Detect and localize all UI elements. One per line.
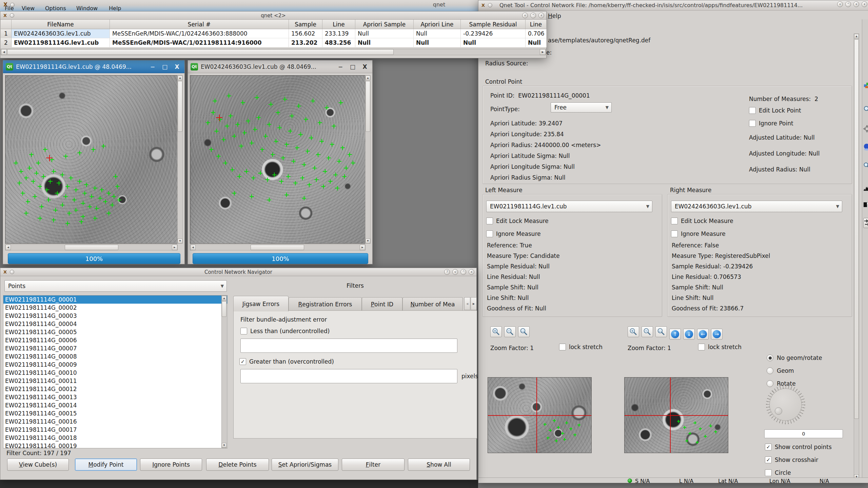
window-button-^-icon[interactable]: ^ — [530, 13, 536, 18]
button-view-cube-s-[interactable]: View Cube(s) — [7, 459, 69, 471]
left-lock-stretch-checkbox[interactable] — [559, 344, 566, 350]
maximize-icon[interactable]: □ — [348, 63, 357, 70]
table-cell[interactable]: -0.239426 — [461, 29, 526, 38]
scroll-left-icon[interactable]: ◀ — [5, 245, 11, 250]
scroll-up-icon[interactable]: ▲ — [366, 76, 370, 80]
scroll-thumb[interactable] — [222, 301, 226, 317]
table-cell[interactable]: 233.139 — [322, 29, 355, 38]
measure-edit-lock-measure-row[interactable]: Edit Lock Measure — [486, 218, 549, 224]
button-filter[interactable]: Filter — [342, 459, 405, 471]
pan-right-button[interactable]: → — [711, 329, 723, 340]
checkbox[interactable] — [671, 230, 678, 237]
tabs-scroll-right-icon[interactable]: ▶ — [471, 297, 477, 310]
scroll-thumb[interactable] — [65, 245, 118, 250]
window-button-v-icon[interactable]: v — [837, 1, 843, 7]
measure-edit-lock-measure-row[interactable]: Edit Lock Measure — [671, 218, 733, 224]
scroll-up-icon[interactable]: ▲ — [178, 76, 182, 80]
menu-view[interactable]: View — [22, 5, 35, 12]
edit-lock-point-checkbox[interactable] — [749, 107, 756, 114]
point-list-item[interactable]: EW0211981114G_00014 — [3, 401, 227, 409]
window-button-?-icon[interactable]: ? — [444, 269, 450, 275]
right-viewer-vscrollbar[interactable]: ▲ ▼ — [365, 75, 371, 244]
table-cell[interactable]: Null — [414, 29, 461, 38]
zoom-1-1-button[interactable]: 1:1 — [655, 326, 667, 337]
scroll-right-icon[interactable]: ▶ — [360, 245, 365, 250]
table-cell[interactable]: EW0211981114G.lev1.cub — [12, 38, 110, 47]
point-list-item[interactable]: EW0211981114G_00002 — [3, 304, 227, 312]
column-header-8[interactable]: Line — [526, 20, 547, 29]
less-than-checkbox-row[interactable]: Less than (undercontrolled) — [240, 328, 330, 334]
tab-point-id[interactable]: Point ID — [362, 297, 402, 311]
greater-than-checkbox-row[interactable]: ✓ Greater than (overcontrolled) — [239, 358, 334, 365]
dial-knob[interactable] — [775, 407, 782, 415]
point-list-item[interactable]: EW0211981114G_00013 — [3, 393, 227, 401]
menu-options[interactable]: Options — [45, 5, 66, 12]
greater-than-checkbox[interactable]: ✓ — [239, 358, 246, 365]
table-cell[interactable]: Null — [414, 38, 461, 47]
table-cell[interactable]: 213.202 — [289, 38, 322, 47]
point-list-item[interactable]: EW0211981114G_00008 — [3, 352, 227, 361]
zoom-1-1-button[interactable]: 1:1 — [518, 326, 530, 337]
rotation-dial[interactable] — [766, 385, 805, 424]
scroll-left-icon[interactable]: ◀ — [1, 49, 7, 55]
point-list-item[interactable]: EW0211981114G_00010 — [3, 369, 227, 377]
point-list-item[interactable]: EW0211981114G_00003 — [3, 312, 227, 320]
left-viewer-vscrollbar[interactable]: ▲ ▼ — [177, 75, 183, 244]
navigator-titlebar[interactable]: X Control Network Navigator ?v^x — [0, 268, 476, 276]
ignore-point-checkbox[interactable] — [749, 120, 756, 127]
window-button-^-icon[interactable]: ^ — [460, 269, 466, 275]
less-than-input[interactable] — [240, 339, 457, 353]
window-button-x-icon[interactable]: x — [538, 13, 544, 18]
tabs-scroll-left-icon[interactable]: ◀ — [464, 297, 470, 310]
checkbox[interactable] — [671, 218, 678, 224]
zoom-in-button[interactable]: + — [628, 326, 639, 337]
check-show-control-points[interactable]: ✓Show control points — [765, 444, 832, 450]
ignore-point-row[interactable]: Ignore Point — [749, 120, 793, 127]
button-ignore-points[interactable]: Ignore Points — [140, 459, 202, 471]
point-type-select[interactable]: Free ▼ — [551, 102, 612, 113]
left-viewer-titlebar[interactable]: Qt EW0211981114G.lev1.cub @ 48.0469... −… — [3, 60, 184, 73]
right-viewer-titlebar[interactable]: Qt EW0242463603G.lev1.cub @ 48.0469... −… — [188, 60, 372, 73]
scroll-thumb[interactable] — [7, 49, 394, 55]
column-header-6[interactable]: Apriori Line — [414, 20, 461, 29]
radio-rotate[interactable]: Rotate — [767, 380, 796, 387]
point-list-item[interactable]: EW0211981114G_00006 — [3, 336, 227, 344]
zoom-in-button[interactable]: + — [490, 326, 502, 337]
qnet-tool-titlebar[interactable]: X Qnet Tool - Control Network File: /hom… — [478, 0, 868, 11]
column-header-2[interactable]: Serial # — [110, 20, 289, 29]
column-header-5[interactable]: Apriori Sample — [355, 20, 414, 29]
check-circle[interactable]: Circle — [765, 469, 791, 476]
scroll-down-icon[interactable]: ▼ — [366, 239, 370, 243]
scroll-right-icon[interactable]: ▶ — [172, 245, 177, 250]
menu-help[interactable]: Help — [548, 13, 561, 19]
points-selector[interactable]: Points ▼ — [4, 280, 227, 292]
radio-geom[interactable]: Geom — [767, 367, 794, 374]
pan-down-button[interactable]: ↓ — [683, 329, 695, 340]
greater-than-input[interactable] — [240, 369, 457, 383]
pan-tool-icon[interactable] — [863, 125, 868, 133]
measure-ignore-measure-row[interactable]: Ignore Measure — [486, 230, 541, 237]
point-list-item[interactable]: EW0211981114G_00019 — [3, 442, 227, 448]
left-chip-view[interactable] — [488, 377, 592, 453]
window-button-v-icon[interactable]: v — [452, 269, 458, 275]
radio-no-geom-rotate[interactable]: No geom/rotate — [767, 354, 822, 361]
tab-jigsaw-errors[interactable]: Jigsaw Errors — [233, 296, 289, 311]
maximize-icon[interactable]: □ — [160, 63, 170, 70]
right-chip-view[interactable] — [624, 377, 728, 453]
menu-help[interactable]: Help — [109, 5, 121, 12]
point-list-item[interactable]: EW0211981114G_00012 — [3, 385, 227, 393]
window-button-x-icon[interactable]: x — [853, 1, 859, 7]
scroll-thumb[interactable] — [178, 81, 182, 132]
pan-left-button[interactable]: ← — [697, 329, 709, 340]
radio-icon[interactable] — [767, 354, 773, 361]
blink-tool-icon[interactable] — [863, 143, 868, 151]
point-list-item[interactable]: EW0211981114G_00016 — [3, 418, 227, 426]
checkbox[interactable] — [765, 469, 772, 476]
measure-ignore-measure-row[interactable]: Ignore Measure — [671, 230, 726, 237]
points-list[interactable]: EW0211981114G_00001EW0211981114G_00002EW… — [3, 295, 228, 448]
right-viewer-hscrollbar[interactable]: ◀ ▶ — [190, 244, 366, 250]
tab-number-of-mea[interactable]: Number of Mea — [402, 297, 463, 311]
table-cell[interactable]: 0.706 — [526, 29, 547, 38]
close-icon[interactable]: X — [172, 63, 182, 70]
point-list-item[interactable]: EW0211981114G_00011 — [3, 377, 227, 385]
